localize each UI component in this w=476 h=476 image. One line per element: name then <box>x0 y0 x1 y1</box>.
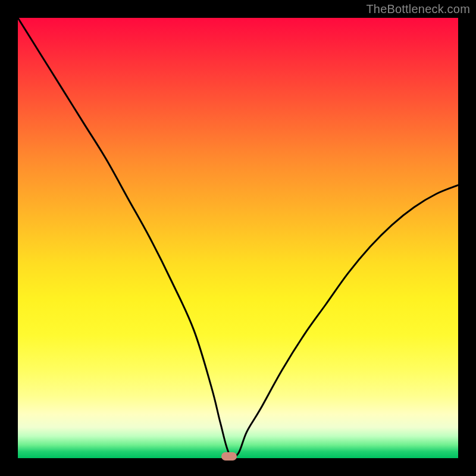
chart-frame: TheBottleneck.com <box>0 0 476 476</box>
optimum-marker <box>221 452 237 461</box>
watermark-text: TheBottleneck.com <box>366 2 470 16</box>
plot-area <box>18 18 458 458</box>
bottleneck-curve <box>18 18 458 458</box>
